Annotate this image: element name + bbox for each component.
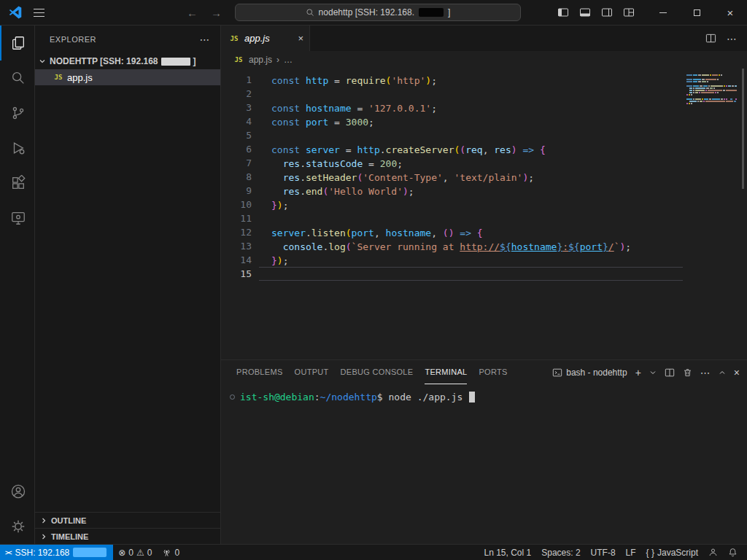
- activity-remote-explorer[interactable]: [0, 201, 34, 236]
- code-line-2[interactable]: 2: [221, 87, 683, 101]
- panel-tab-output[interactable]: OUTPUT: [295, 360, 329, 384]
- line-content: res.setHeader('Content-Type', 'text/plai…: [259, 170, 683, 184]
- remote-label: SSH: 192.168: [15, 548, 70, 558]
- line-content: res.statusCode = 200;: [259, 156, 683, 170]
- status-problems[interactable]: ⊗ 0 ⚠ 0: [113, 545, 157, 560]
- back-icon[interactable]: ←: [187, 7, 198, 19]
- line-content: [259, 87, 683, 101]
- chevron-down-icon: [38, 57, 47, 66]
- panel-tab-terminal[interactable]: TERMINAL: [425, 360, 467, 384]
- line-content: const hostname = '127.0.0.1';: [259, 101, 683, 114]
- activity-explorer[interactable]: [0, 26, 34, 61]
- code-line-1[interactable]: 1const http = require('http');: [221, 73, 683, 87]
- status-notifications[interactable]: [723, 545, 743, 560]
- account-icon: [10, 483, 26, 499]
- code-line-8[interactable]: 8 res.setHeader('Content-Type', 'text/pl…: [221, 170, 683, 184]
- remote-icon: ><: [5, 549, 12, 556]
- minimize-button[interactable]: [646, 0, 680, 25]
- window-title-suffix: ]: [448, 7, 450, 18]
- terminal-shell-select[interactable]: bash - nodehttp: [552, 368, 627, 378]
- maximize-button[interactable]: [680, 0, 713, 25]
- code-line-6[interactable]: 6const server = http.createServer((req, …: [221, 142, 683, 156]
- split-editor-icon[interactable]: [705, 33, 716, 44]
- terminal-view[interactable]: ist-sh@debian : ~/nodehttp $ node ./app.…: [221, 384, 747, 544]
- terminal-path: ~/nodehttp: [320, 392, 377, 402]
- activity-search[interactable]: [0, 61, 34, 96]
- code-line-14[interactable]: 14});: [221, 253, 683, 267]
- code-line-11[interactable]: 11: [221, 211, 683, 225]
- timeline-section[interactable]: TIMELINE: [35, 528, 220, 544]
- panel-tab-bar: PROBLEMSOUTPUTDEBUG CONSOLETERMINALPORTS: [236, 360, 508, 384]
- code-line-4[interactable]: 4const port = 3000;: [221, 114, 683, 128]
- code-line-15[interactable]: 15: [221, 267, 683, 281]
- tree-file-appjs[interactable]: JS app.js: [35, 69, 220, 85]
- terminal-user: ist-sh@debian: [240, 392, 314, 402]
- status-feedback[interactable]: [703, 545, 723, 560]
- close-window-button[interactable]: ×: [713, 0, 747, 25]
- status-ports[interactable]: 0: [157, 545, 185, 560]
- split-terminal-icon[interactable]: [665, 368, 675, 378]
- chevron-down-icon[interactable]: [649, 369, 657, 376]
- explorer-actions-icon[interactable]: ⋯: [200, 34, 211, 45]
- activity-source-control[interactable]: [0, 96, 34, 131]
- minimap[interactable]: [684, 74, 737, 107]
- code-line-13[interactable]: 13 console.log(`Server running at http:/…: [221, 239, 683, 253]
- code-line-12[interactable]: 12server.listen(port, hostname, () => {: [221, 225, 683, 239]
- outline-section[interactable]: OUTLINE: [35, 512, 220, 528]
- close-panel-icon[interactable]: ×: [734, 368, 740, 378]
- code-line-9[interactable]: 9 res.end('Hello World');: [221, 184, 683, 198]
- trash-icon[interactable]: [683, 368, 692, 378]
- line-number: 5: [221, 128, 252, 142]
- activity-accounts[interactable]: [0, 474, 34, 509]
- activity-settings[interactable]: [0, 509, 34, 544]
- remote-indicator[interactable]: >< SSH: 192.168: [0, 545, 113, 560]
- gear-icon: [10, 518, 26, 534]
- error-count: 0: [128, 548, 133, 558]
- status-language[interactable]: { } JavaScript: [641, 545, 703, 560]
- command-decoration-icon[interactable]: [230, 394, 235, 400]
- code-line-5[interactable]: 5: [221, 128, 683, 142]
- editor-scrollbar[interactable]: [742, 69, 744, 189]
- timeline-label: TIMELINE: [51, 532, 88, 541]
- editor-more-actions-icon[interactable]: ⋯: [727, 33, 737, 44]
- status-encoding[interactable]: UTF-8: [586, 545, 621, 560]
- close-tab-icon[interactable]: ×: [298, 33, 303, 44]
- tab-bar: JS app.js × ⋯: [221, 26, 747, 51]
- activity-bar: [0, 26, 35, 544]
- code-line-10[interactable]: 10});: [221, 198, 683, 211]
- bell-icon: [728, 548, 738, 557]
- status-eol[interactable]: LF: [621, 545, 641, 560]
- panel-tab-ports[interactable]: PORTS: [479, 360, 507, 384]
- status-indentation[interactable]: Spaces: 2: [536, 545, 585, 560]
- new-terminal-icon[interactable]: +: [635, 368, 641, 378]
- redaction-block: [73, 548, 107, 557]
- toggle-secondary-sidebar-icon[interactable]: [601, 7, 613, 18]
- command-center[interactable]: nodehttp [SSH: 192.168. ]: [235, 4, 521, 21]
- code-line-7[interactable]: 7 res.statusCode = 200;: [221, 156, 683, 170]
- status-cursor-position[interactable]: Ln 15, Col 1: [479, 545, 537, 560]
- terminal-cursor: [469, 392, 475, 402]
- panel-tab-debug-console[interactable]: DEBUG CONSOLE: [341, 360, 414, 384]
- toggle-sidebar-icon[interactable]: [557, 7, 569, 18]
- code-line-3[interactable]: 3const hostname = '127.0.0.1';: [221, 101, 683, 114]
- line-content: });: [259, 253, 683, 267]
- chevron-up-icon[interactable]: [719, 369, 726, 376]
- panel-more-actions-icon[interactable]: ⋯: [700, 368, 711, 378]
- activity-run-debug[interactable]: [0, 131, 34, 166]
- tab-appjs[interactable]: JS app.js ×: [221, 26, 310, 51]
- breadcrumb-file[interactable]: app.js: [249, 55, 272, 65]
- forward-icon[interactable]: →: [211, 7, 222, 19]
- close-icon: ×: [727, 7, 734, 18]
- line-number: 1: [221, 73, 252, 87]
- breadcrumb-symbol[interactable]: …: [284, 55, 293, 65]
- line-number: 11: [221, 211, 252, 225]
- panel-tab-problems[interactable]: PROBLEMS: [236, 360, 283, 384]
- code-editor[interactable]: 1const http = require('http');23const ho…: [221, 69, 747, 359]
- menu-icon[interactable]: [34, 9, 44, 17]
- activity-extensions[interactable]: [0, 166, 34, 201]
- breadcrumb-separator-icon: ›: [276, 55, 279, 65]
- line-content: server.listen(port, hostname, () => {: [259, 225, 683, 239]
- tree-folder-root[interactable]: NODEHTTP [SSH: 192.168 ]: [35, 53, 220, 69]
- toggle-panel-icon[interactable]: [579, 7, 591, 18]
- customize-layout-icon[interactable]: [623, 7, 635, 18]
